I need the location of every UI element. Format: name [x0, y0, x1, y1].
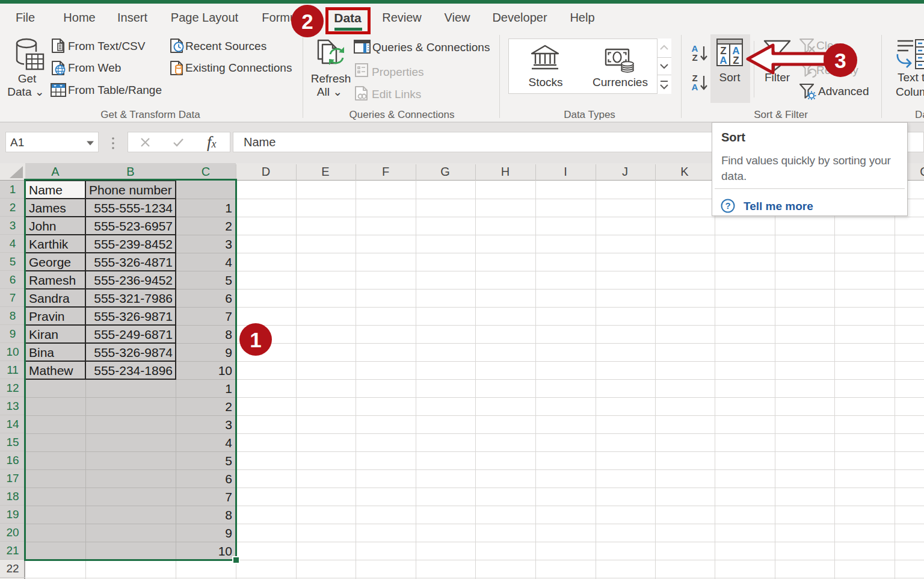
svg-text:Z: Z — [733, 55, 739, 66]
svg-text:A: A — [692, 82, 698, 92]
svg-text:?: ? — [725, 200, 730, 211]
svg-text:Z: Z — [692, 52, 697, 63]
svg-text:A: A — [719, 55, 727, 66]
